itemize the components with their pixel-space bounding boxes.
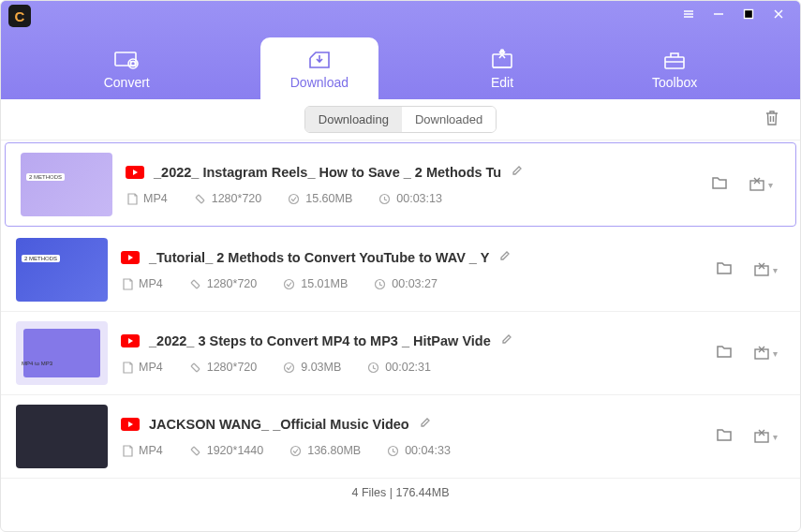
download-list: _2022_ Instagram Reels_ How to Save _ 2 … <box>1 142 800 479</box>
tab-download-label: Download <box>290 75 349 90</box>
titlebar: C <box>1 1 800 27</box>
thumbnail <box>21 153 112 216</box>
thumbnail <box>16 238 108 302</box>
item-title: _Tutorial_ 2 Methods to Convert YouTube … <box>149 250 489 265</box>
format: MP4 <box>139 444 163 457</box>
item-meta: MP4 1280*720 15.60MB 00:03:13 <box>126 192 697 205</box>
edit-action-icon[interactable]: ▾ <box>752 260 778 279</box>
item-title: JACKSON WANG_ _Official Music Video <box>149 417 409 432</box>
size: 136.80MB <box>307 444 361 457</box>
tab-convert[interactable]: Convert <box>78 37 176 99</box>
svg-rect-18 <box>750 181 764 190</box>
subtab-downloading[interactable]: Downloading <box>305 107 402 132</box>
item-meta: MP4 1280*720 15.01MB 00:03:27 <box>121 277 702 290</box>
footer-summary: 4 Files | 176.44MB <box>1 479 800 507</box>
size: 15.01MB <box>301 277 348 290</box>
edit-action-icon[interactable]: ▾ <box>752 344 778 362</box>
thumbnail <box>16 321 108 385</box>
row-actions: ▾ <box>715 342 785 364</box>
svg-point-19 <box>285 279 294 288</box>
item-meta: MP4 1920*1440 136.80MB 00:04:33 <box>121 444 702 457</box>
row-content: JACKSON WANG_ _Official Music Video MP4 … <box>121 416 702 457</box>
header: C Convert Download Edit Toolbox <box>1 1 800 99</box>
svg-rect-21 <box>755 266 768 275</box>
open-folder-icon[interactable] <box>715 342 734 364</box>
youtube-icon <box>121 334 140 347</box>
chevron-down-icon: ▾ <box>773 348 778 359</box>
edit-action-icon[interactable]: ▾ <box>752 427 778 446</box>
chevron-down-icon: ▾ <box>773 432 778 442</box>
row-actions: ▾ <box>715 259 785 281</box>
svg-point-11 <box>501 50 504 52</box>
chevron-down-icon: ▾ <box>768 180 773 190</box>
rename-icon[interactable] <box>498 249 512 266</box>
close-icon[interactable] <box>772 7 785 24</box>
youtube-icon <box>126 166 144 179</box>
row-actions: ▾ <box>710 173 780 196</box>
item-title: _2022_ 3 Steps to Convert MP4 to MP3 _ H… <box>149 333 491 348</box>
format: MP4 <box>143 192 168 205</box>
youtube-icon <box>121 251 140 264</box>
tab-convert-label: Convert <box>104 75 150 90</box>
tab-edit[interactable]: Edit <box>463 37 541 99</box>
svg-rect-24 <box>755 349 768 359</box>
subtabs-row: Downloading Downloaded <box>1 99 800 140</box>
tab-toolbox[interactable]: Toolbox <box>626 37 723 99</box>
list-item[interactable]: _2022_ Instagram Reels_ How to Save _ 2 … <box>5 142 796 227</box>
duration: 00:03:13 <box>396 192 442 205</box>
app-logo: C <box>8 5 31 27</box>
resolution: 1920*1440 <box>207 444 263 457</box>
row-actions: ▾ <box>715 425 785 448</box>
rename-icon[interactable] <box>419 416 432 433</box>
open-folder-icon[interactable] <box>710 173 729 196</box>
tab-download[interactable]: Download <box>260 37 378 99</box>
row-content: _2022_ Instagram Reels_ How to Save _ 2 … <box>126 164 697 205</box>
rename-icon[interactable] <box>511 164 524 181</box>
list-item[interactable]: _2022_ 3 Steps to Convert MP4 to MP3 _ H… <box>1 312 800 395</box>
open-folder-icon[interactable] <box>715 425 734 448</box>
open-folder-icon[interactable] <box>715 259 734 281</box>
duration: 00:04:33 <box>405 444 451 457</box>
list-item[interactable]: JACKSON WANG_ _Official Music Video MP4 … <box>1 395 800 479</box>
svg-rect-27 <box>755 433 768 442</box>
item-title: _2022_ Instagram Reels_ How to Save _ 2 … <box>154 165 501 180</box>
size: 15.60MB <box>305 192 352 205</box>
duration: 00:03:27 <box>392 277 438 290</box>
nav-tabs: Convert Download Edit Toolbox <box>1 27 800 99</box>
rename-icon[interactable] <box>500 332 513 349</box>
tab-edit-label: Edit <box>491 75 513 90</box>
svg-rect-12 <box>665 57 684 68</box>
resolution: 1280*720 <box>207 361 258 374</box>
duration: 00:02:31 <box>385 361 431 374</box>
trash-icon[interactable] <box>763 109 781 131</box>
maximize-icon[interactable] <box>742 7 755 24</box>
svg-rect-9 <box>493 54 512 67</box>
size: 9.03MB <box>301 361 341 374</box>
resolution: 1280*720 <box>207 277 258 290</box>
window-controls <box>682 7 793 24</box>
resolution: 1280*720 <box>212 192 262 205</box>
svg-rect-4 <box>745 10 753 19</box>
svg-point-25 <box>291 446 301 455</box>
list-item[interactable]: _Tutorial_ 2 Methods to Convert YouTube … <box>1 229 800 312</box>
row-content: _2022_ 3 Steps to Convert MP4 to MP3 _ H… <box>121 332 702 374</box>
svg-point-22 <box>285 362 294 372</box>
row-content: _Tutorial_ 2 Methods to Convert YouTube … <box>121 249 702 290</box>
item-meta: MP4 1280*720 9.03MB 00:02:31 <box>121 361 702 374</box>
edit-action-icon[interactable]: ▾ <box>748 175 773 194</box>
youtube-icon <box>121 418 140 431</box>
chevron-down-icon: ▾ <box>773 265 778 275</box>
format: MP4 <box>139 277 163 290</box>
tab-toolbox-label: Toolbox <box>652 75 697 90</box>
minimize-icon[interactable] <box>712 7 725 24</box>
subtab-downloaded[interactable]: Downloaded <box>402 107 496 132</box>
svg-point-16 <box>289 194 299 203</box>
thumbnail <box>16 405 108 468</box>
subtabs: Downloading Downloaded <box>304 106 497 133</box>
format: MP4 <box>139 361 163 374</box>
menu-icon[interactable] <box>682 7 695 24</box>
